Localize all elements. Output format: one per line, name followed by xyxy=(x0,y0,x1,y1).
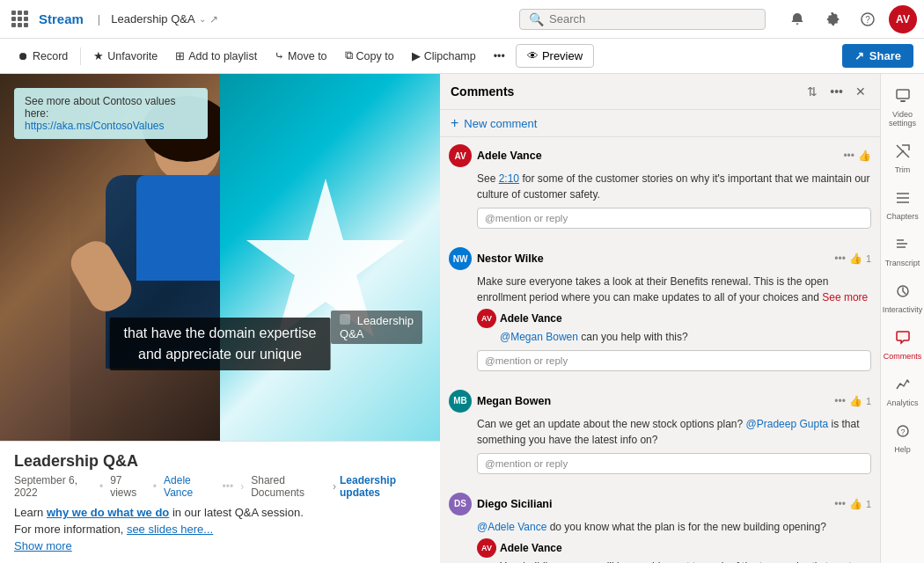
comments-icon xyxy=(895,330,911,349)
clipchamp-button[interactable]: ▶ Clipchamp xyxy=(405,46,483,66)
clipchamp-icon: ▶ xyxy=(412,49,421,62)
comment-like-icon[interactable]: 👍 xyxy=(858,150,871,162)
panel-trim[interactable]: Trim xyxy=(883,136,923,181)
interactivity-icon xyxy=(895,283,911,303)
like-count: 1 xyxy=(866,396,871,406)
analytics-icon xyxy=(895,377,911,396)
show-more-link[interactable]: Show more xyxy=(14,539,426,552)
waffle-menu-icon[interactable] xyxy=(7,7,32,32)
bc-shared-docs[interactable]: Shared Documents xyxy=(251,474,329,499)
comment-text: @Adele Vance do you know what the plan i… xyxy=(477,519,871,535)
breadcrumb-item[interactable]: Leadership Q&A ⌄ ↗ xyxy=(111,12,217,26)
panel-comments[interactable]: Comments xyxy=(883,323,923,368)
comment-item: DS Diego Siciliani ••• 👍 1 @Adele Vance … xyxy=(440,486,880,563)
record-icon: ⏺ xyxy=(18,50,29,62)
reply-header: AV Adele Vance xyxy=(477,309,871,328)
panel-video-settings[interactable]: Videosettings xyxy=(883,81,923,135)
copy-to-button[interactable]: ⧉ Copy to xyxy=(338,46,401,66)
reply-avatar: AV xyxy=(477,309,496,328)
help-icon[interactable]: ? xyxy=(854,5,882,33)
trim-icon xyxy=(895,143,911,163)
copy-icon: ⧉ xyxy=(345,49,353,62)
comment-avatar: AV xyxy=(449,144,472,167)
svg-rect-3 xyxy=(340,314,350,325)
info-banner-link[interactable]: https://aka.ms/ContosoValues xyxy=(25,120,165,132)
more-options-button[interactable]: ••• xyxy=(487,47,512,66)
panel-analytics[interactable]: Analytics xyxy=(883,369,923,414)
comment-avatar: NW xyxy=(449,247,472,270)
bc-folder[interactable]: Leadership updates xyxy=(340,474,426,499)
new-comment-button[interactable]: + New comment xyxy=(440,110,880,137)
comment-author: Diego Siciliani xyxy=(477,498,829,510)
comment-text: Make sure everyone takes a look at their… xyxy=(477,274,871,305)
mention: @Pradeep Gupta xyxy=(746,418,829,430)
close-icon[interactable]: ✕ xyxy=(852,83,869,100)
comment-text: Can we get an update about the new stock… xyxy=(477,416,871,448)
star-icon: ★ xyxy=(93,49,104,62)
panel-interactivity[interactable]: Interactivity xyxy=(883,276,923,321)
comment-more-icon[interactable]: ••• xyxy=(834,395,846,407)
timestamp-link[interactable]: 2:10 xyxy=(499,172,519,185)
comment-more-icon[interactable]: ••• xyxy=(834,498,846,510)
comment-author: Nestor Wilke xyxy=(477,252,829,265)
share-icon: ↗ xyxy=(854,49,864,62)
breadcrumb-label: Leadership Q&A xyxy=(111,12,194,26)
breadcrumb-share-icon[interactable]: ↗ xyxy=(209,13,218,26)
panel-transcript[interactable]: Transcript xyxy=(883,230,923,274)
reply-text: @Megan Bowen can you help with this? xyxy=(500,330,871,345)
svg-text:?: ? xyxy=(865,15,870,25)
comment-actions: ••• 👍 1 xyxy=(834,498,871,510)
preview-button[interactable]: 👁 Preview xyxy=(516,44,594,68)
like-count: 1 xyxy=(866,499,871,509)
search-box[interactable]: 🔍 xyxy=(519,9,766,30)
video-background: See more about Contoso values here: http… xyxy=(0,74,440,441)
desc-why-link[interactable]: why we do what we do xyxy=(47,506,169,519)
comment-more-icon[interactable]: ••• xyxy=(834,252,846,265)
comment-author: Adele Vance xyxy=(477,150,838,162)
add-icon: + xyxy=(451,115,458,131)
comment-reply-input[interactable]: @mention or reply xyxy=(477,350,871,371)
video-meta: September 6, 2022 • 97 views • Adele Van… xyxy=(14,474,426,499)
reply-author: Adele Vance xyxy=(500,312,562,325)
subtitle-overlay: that have the domain expertise and appre… xyxy=(110,318,331,370)
panel-chapters[interactable]: Chapters xyxy=(883,183,923,228)
video-settings-icon xyxy=(895,88,911,107)
comment-reply-input[interactable]: @mention or reply xyxy=(477,208,871,229)
comment-text: See 2:10 for some of the customer storie… xyxy=(477,171,871,202)
comment-more-icon[interactable]: ••• xyxy=(843,150,854,162)
share-button[interactable]: ↗ Share xyxy=(842,44,913,68)
brand-name: Stream xyxy=(39,11,84,26)
unfavorite-button[interactable]: ★ Unfavorite xyxy=(86,46,165,66)
record-button[interactable]: ⏺ Record xyxy=(11,47,75,66)
add-to-playlist-button[interactable]: ⊞ Add to playlist xyxy=(168,46,264,66)
video-container: See more about Contoso values here: http… xyxy=(0,74,440,441)
comment-like-icon[interactable]: 👍 xyxy=(849,252,862,265)
breadcrumb-nav: Shared Documents › Leadership updates xyxy=(251,474,426,499)
move-icon: ⤷ xyxy=(275,49,284,62)
settings-icon[interactable] xyxy=(818,5,847,33)
reply-avatar: AV xyxy=(477,538,496,558)
panel-help[interactable]: ? Help xyxy=(883,416,923,461)
sort-icon[interactable]: ⇅ xyxy=(803,83,821,100)
comment-item: MB Megan Bowen ••• 👍 1 Can we get an upd… xyxy=(440,383,880,486)
avatar[interactable]: AV xyxy=(889,5,917,33)
info-banner-text: See more about Contoso values here: xyxy=(25,95,197,120)
comment-like-icon[interactable]: 👍 xyxy=(849,498,862,510)
comment-like-icon[interactable]: 👍 xyxy=(849,395,862,407)
reply-author: Adele Vance xyxy=(500,542,562,554)
video-info: Leadership Q&A September 6, 2022 • 97 vi… xyxy=(0,441,440,563)
move-to-button[interactable]: ⤷ Move to xyxy=(268,46,334,66)
search-input[interactable] xyxy=(549,12,756,26)
notifications-icon[interactable] xyxy=(783,5,811,33)
video-logo-area xyxy=(220,74,440,441)
preview-icon: 👁 xyxy=(527,49,539,62)
comment-actions: ••• 👍 xyxy=(843,150,871,162)
comment-reply-input[interactable]: @mention or reply xyxy=(477,453,871,474)
chapters-icon xyxy=(895,190,911,209)
see-more-link[interactable]: See more xyxy=(822,291,868,303)
comments-title: Comments xyxy=(451,84,803,99)
top-nav: Stream | Leadership Q&A ⌄ ↗ 🔍 ? AV xyxy=(0,0,924,39)
comment-avatar: DS xyxy=(449,493,472,515)
slides-link[interactable]: see slides here... xyxy=(127,523,213,536)
more-options-icon[interactable]: ••• xyxy=(826,83,847,100)
